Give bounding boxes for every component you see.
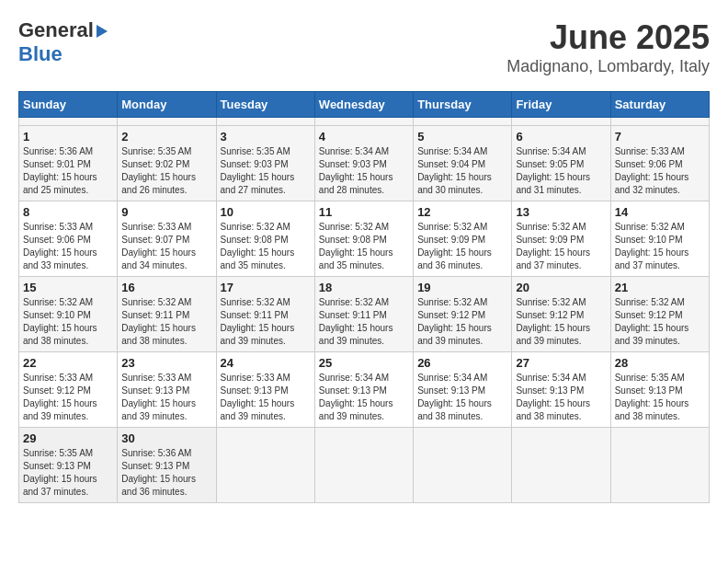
day-number: 29: [23, 431, 113, 445]
logo: General Blue: [18, 18, 108, 66]
calendar-week-row: 29Sunrise: 5:35 AMSunset: 9:13 PMDayligh…: [19, 428, 710, 503]
day-info: Sunrise: 5:32 AMSunset: 9:08 PMDaylight:…: [221, 221, 311, 272]
day-number: 19: [417, 281, 507, 294]
day-info: Sunrise: 5:33 AMSunset: 9:13 PMDaylight:…: [221, 372, 311, 423]
calendar-cell: 8Sunrise: 5:33 AMSunset: 9:06 PMDaylight…: [19, 201, 118, 277]
calendar-header-thursday: Thursday: [414, 92, 512, 118]
calendar-cell: [610, 428, 709, 503]
day-number: 16: [121, 281, 211, 294]
day-number: 18: [319, 281, 409, 294]
calendar-cell: 27Sunrise: 5:34 AMSunset: 9:13 PMDayligh…: [512, 352, 610, 428]
logo-general-text: General: [18, 18, 94, 42]
calendar-cell: 2Sunrise: 5:35 AMSunset: 9:02 PMDaylight…: [118, 126, 216, 201]
day-number: 12: [417, 205, 507, 219]
calendar-cell: [19, 118, 118, 126]
day-number: 17: [221, 281, 311, 294]
day-info: Sunrise: 5:33 AMSunset: 9:06 PMDaylight:…: [615, 145, 705, 197]
day-number: 21: [615, 281, 705, 294]
day-number: 7: [615, 130, 705, 144]
title-area: June 2025 Madignano, Lombardy, Italy: [506, 18, 710, 76]
calendar-header-saturday: Saturday: [610, 92, 709, 118]
day-number: 25: [319, 356, 409, 370]
calendar-cell: 4Sunrise: 5:34 AMSunset: 9:03 PMDaylight…: [314, 126, 413, 201]
calendar-cell: 6Sunrise: 5:34 AMSunset: 9:05 PMDaylight…: [512, 126, 610, 201]
day-info: Sunrise: 5:34 AMSunset: 9:13 PMDaylight:…: [319, 372, 409, 423]
day-number: 9: [121, 205, 211, 219]
calendar-cell: [610, 118, 709, 126]
day-number: 10: [221, 205, 311, 219]
calendar-cell: [512, 428, 610, 503]
calendar-header-sunday: Sunday: [19, 92, 118, 118]
calendar-cell: 23Sunrise: 5:33 AMSunset: 9:13 PMDayligh…: [118, 352, 216, 428]
day-info: Sunrise: 5:35 AMSunset: 9:13 PMDaylight:…: [23, 447, 113, 499]
calendar-cell: 14Sunrise: 5:32 AMSunset: 9:10 PMDayligh…: [610, 201, 709, 277]
day-number: 24: [221, 356, 311, 370]
day-info: Sunrise: 5:32 AMSunset: 9:09 PMDaylight:…: [516, 221, 606, 272]
calendar-cell: [414, 428, 512, 503]
day-number: 3: [221, 130, 311, 144]
calendar-cell: 26Sunrise: 5:34 AMSunset: 9:13 PMDayligh…: [414, 352, 512, 428]
day-number: 8: [23, 205, 113, 219]
day-info: Sunrise: 5:32 AMSunset: 9:09 PMDaylight:…: [417, 221, 507, 272]
day-number: 6: [516, 130, 606, 144]
calendar-cell: 28Sunrise: 5:35 AMSunset: 9:13 PMDayligh…: [610, 352, 709, 428]
calendar-cell: 9Sunrise: 5:33 AMSunset: 9:07 PMDaylight…: [118, 201, 216, 277]
day-info: Sunrise: 5:32 AMSunset: 9:11 PMDaylight:…: [121, 296, 211, 348]
calendar-cell: 18Sunrise: 5:32 AMSunset: 9:11 PMDayligh…: [314, 277, 413, 352]
calendar-cell: 30Sunrise: 5:36 AMSunset: 9:13 PMDayligh…: [118, 428, 216, 503]
day-number: 27: [516, 356, 606, 370]
day-info: Sunrise: 5:33 AMSunset: 9:06 PMDaylight:…: [23, 221, 113, 272]
day-info: Sunrise: 5:34 AMSunset: 9:04 PMDaylight:…: [417, 145, 507, 197]
calendar-cell: 20Sunrise: 5:32 AMSunset: 9:12 PMDayligh…: [512, 277, 610, 352]
day-info: Sunrise: 5:33 AMSunset: 9:13 PMDaylight:…: [121, 372, 211, 423]
day-info: Sunrise: 5:35 AMSunset: 9:02 PMDaylight:…: [121, 145, 211, 197]
day-number: 5: [417, 130, 507, 144]
day-info: Sunrise: 5:32 AMSunset: 9:08 PMDaylight:…: [319, 221, 409, 272]
day-number: 30: [121, 431, 211, 445]
calendar-cell: 15Sunrise: 5:32 AMSunset: 9:10 PMDayligh…: [19, 277, 118, 352]
day-info: Sunrise: 5:32 AMSunset: 9:12 PMDaylight:…: [615, 296, 705, 348]
month-title: June 2025: [506, 18, 710, 57]
calendar-cell: 5Sunrise: 5:34 AMSunset: 9:04 PMDaylight…: [414, 126, 512, 201]
calendar-week-row: 15Sunrise: 5:32 AMSunset: 9:10 PMDayligh…: [19, 277, 710, 352]
calendar-cell: 29Sunrise: 5:35 AMSunset: 9:13 PMDayligh…: [19, 428, 118, 503]
calendar-week-row: 8Sunrise: 5:33 AMSunset: 9:06 PMDaylight…: [19, 201, 710, 277]
day-info: Sunrise: 5:34 AMSunset: 9:05 PMDaylight:…: [516, 145, 606, 197]
page-header: General Blue June 2025 Madignano, Lombar…: [18, 18, 710, 76]
calendar-cell: [216, 118, 314, 126]
calendar-cell: 16Sunrise: 5:32 AMSunset: 9:11 PMDayligh…: [118, 277, 216, 352]
calendar-header-monday: Monday: [118, 92, 216, 118]
location-title: Madignano, Lombardy, Italy: [506, 57, 710, 76]
calendar-week-row: 22Sunrise: 5:33 AMSunset: 9:12 PMDayligh…: [19, 352, 710, 428]
calendar-cell: 11Sunrise: 5:32 AMSunset: 9:08 PMDayligh…: [314, 201, 413, 277]
day-number: 2: [121, 130, 211, 144]
calendar-cell: 7Sunrise: 5:33 AMSunset: 9:06 PMDaylight…: [610, 126, 709, 201]
calendar-cell: 19Sunrise: 5:32 AMSunset: 9:12 PMDayligh…: [414, 277, 512, 352]
calendar-cell: [118, 118, 216, 126]
calendar-cell: 12Sunrise: 5:32 AMSunset: 9:09 PMDayligh…: [414, 201, 512, 277]
day-number: 23: [121, 356, 211, 370]
day-info: Sunrise: 5:32 AMSunset: 9:10 PMDaylight:…: [23, 296, 113, 348]
day-number: 1: [23, 130, 113, 144]
calendar-cell: [512, 118, 610, 126]
day-info: Sunrise: 5:32 AMSunset: 9:10 PMDaylight:…: [615, 221, 705, 272]
calendar-cell: 25Sunrise: 5:34 AMSunset: 9:13 PMDayligh…: [314, 352, 413, 428]
logo-blue-text: Blue: [18, 42, 63, 65]
calendar-cell: [216, 428, 314, 503]
calendar-cell: 22Sunrise: 5:33 AMSunset: 9:12 PMDayligh…: [19, 352, 118, 428]
calendar-cell: 17Sunrise: 5:32 AMSunset: 9:11 PMDayligh…: [216, 277, 314, 352]
calendar-header-friday: Friday: [512, 92, 610, 118]
day-number: 13: [516, 205, 606, 219]
day-info: Sunrise: 5:32 AMSunset: 9:12 PMDaylight:…: [417, 296, 507, 348]
day-info: Sunrise: 5:36 AMSunset: 9:13 PMDaylight:…: [121, 447, 211, 499]
day-info: Sunrise: 5:35 AMSunset: 9:13 PMDaylight:…: [615, 372, 705, 423]
calendar-header-tuesday: Tuesday: [216, 92, 314, 118]
calendar-cell: 24Sunrise: 5:33 AMSunset: 9:13 PMDayligh…: [216, 352, 314, 428]
day-info: Sunrise: 5:33 AMSunset: 9:12 PMDaylight:…: [23, 372, 113, 423]
day-number: 11: [319, 205, 409, 219]
day-info: Sunrise: 5:34 AMSunset: 9:13 PMDaylight:…: [516, 372, 606, 423]
day-number: 4: [319, 130, 409, 144]
day-number: 28: [615, 356, 705, 370]
calendar-header-wednesday: Wednesday: [314, 92, 413, 118]
day-info: Sunrise: 5:32 AMSunset: 9:12 PMDaylight:…: [516, 296, 606, 348]
